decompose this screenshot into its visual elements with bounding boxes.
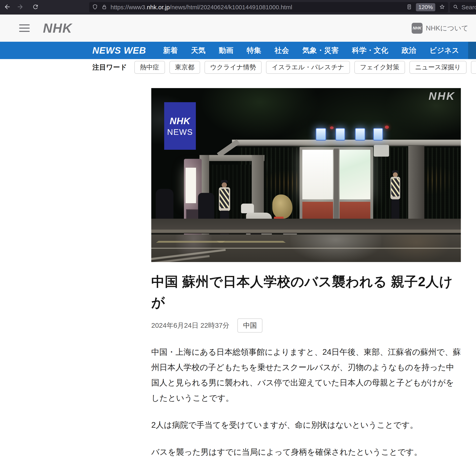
- back-icon: [4, 3, 11, 11]
- totem-lightbox: [186, 168, 196, 203]
- nav-item-kagaku-bunka[interactable]: 科学・文化: [345, 42, 395, 59]
- backlit-sign-box: [373, 128, 383, 140]
- kiosk-light-panel: [340, 150, 370, 199]
- article-photo: NHK NEWS NHK: [151, 88, 461, 262]
- road-marking-zigzag: [217, 241, 286, 243]
- nav-item-shakai[interactable]: 社会: [268, 42, 296, 59]
- url-domain: nhk.or.jp: [147, 4, 170, 11]
- equipment-box: [374, 145, 389, 157]
- nhk-logo[interactable]: NHK: [43, 21, 72, 36]
- reload-icon: [32, 3, 39, 11]
- nav-item-shinchaku[interactable]: 新着: [156, 42, 184, 59]
- url-prefix: https://www3.: [110, 4, 147, 11]
- article-paragraph: 2人は病院で手当てを受けていますが、命に別状はないということです。: [151, 417, 461, 432]
- concrete-post: [408, 146, 424, 224]
- news-web-nav: NEWS WEB 新着 天気 動画 特集 社会 気象・災害 科学・文化 政治 ビ…: [0, 42, 476, 59]
- trending-keyword-bar: 注目ワード 熱中症 東京都 ウクライナ情勢 イスラエル・パレスチナ フェイク対策…: [0, 59, 476, 76]
- article-meta: 2024年6月24日 22時37分 中国: [151, 318, 461, 333]
- wet-road: [151, 234, 461, 262]
- category-tag-china[interactable]: 中国: [238, 318, 262, 333]
- red-signal-light: [385, 126, 389, 129]
- padlock-icon[interactable]: [101, 4, 107, 11]
- search-icon: [452, 4, 459, 11]
- forward-button[interactable]: [14, 2, 26, 12]
- article-body: 中国・上海にある日本総領事館によりますと、24日午後、東部、江蘇省の蘇州で、蘇州…: [151, 344, 461, 460]
- backlit-sign-box: [316, 128, 326, 140]
- zoom-level-badge[interactable]: 120%: [416, 3, 435, 11]
- search-placeholder: Search: [462, 4, 476, 11]
- nav-item-tenki[interactable]: 天気: [184, 42, 212, 59]
- nav-item-kokusai-active[interactable]: 国際: [468, 42, 476, 59]
- browser-search-field[interactable]: Search: [450, 2, 476, 12]
- site-header: NHK NHK NHKについて: [0, 14, 476, 42]
- nhk-badge-icon: NHK: [412, 23, 423, 34]
- nav-item-kishou-saigai[interactable]: 気象・災害: [296, 42, 345, 59]
- keyword-pill-fake-taisaku[interactable]: フェイク対策: [354, 61, 405, 74]
- publish-date: 2024年6月24日 22時37分: [151, 321, 229, 330]
- keyword-pill-tokyo[interactable]: 東京都: [169, 61, 200, 74]
- platform: [151, 219, 461, 231]
- nhk-watermark: NHK: [428, 90, 455, 102]
- scooter-top-box: [241, 204, 254, 213]
- keyword-pill-ukraine[interactable]: ウクライナ情勢: [204, 61, 262, 74]
- forward-icon: [17, 3, 24, 11]
- red-signal-light: [330, 126, 333, 129]
- reader-mode-icon[interactable]: [406, 4, 412, 11]
- backlit-sign-box: [335, 128, 345, 140]
- keyword-pill-reiwa6[interactable]: 令和6: [471, 61, 476, 74]
- nhk-news-logo-line2: NEWS: [167, 128, 193, 137]
- bookmark-star-icon[interactable]: [439, 4, 445, 11]
- keyword-bar-label: 注目ワード: [92, 63, 127, 72]
- officer-head: [393, 172, 398, 177]
- kiosk-center-post: [334, 149, 339, 231]
- nav-item-tokushu[interactable]: 特集: [240, 42, 268, 59]
- about-nhk-label: NHKについて: [426, 23, 468, 33]
- nav-item-seiji[interactable]: 政治: [395, 42, 423, 59]
- nhk-news-logo-badge: NHK NEWS: [164, 102, 196, 150]
- back-button[interactable]: [2, 2, 13, 12]
- news-web-brand[interactable]: NEWS WEB: [92, 45, 146, 56]
- nav-item-douga[interactable]: 動画: [212, 42, 240, 59]
- officer-reflective-vest: [391, 178, 399, 197]
- road-marking-zigzag: [156, 241, 225, 243]
- keyword-pill-israel-palestine[interactable]: イスラエル・パレスチナ: [266, 61, 350, 74]
- road-lane-line: [151, 248, 461, 249]
- article: NHK NEWS NHK 中国 蘇州で日本人学校のバス襲われる 親子2人けが 2…: [151, 88, 461, 460]
- keyword-pill-netchuushou[interactable]: 熱中症: [134, 61, 165, 74]
- browser-toolbar: https://www3.nhk.or.jp/news/html/2024062…: [0, 0, 476, 14]
- tracking-protection-shield-icon[interactable]: [92, 4, 98, 11]
- nav-item-business[interactable]: ビジネス: [423, 42, 466, 59]
- curb: [151, 230, 461, 233]
- url-text: https://www3.nhk.or.jp/news/html/2024062…: [110, 4, 292, 11]
- url-path: /news/html/20240624/k10014491081000.html: [170, 4, 292, 11]
- article-paragraph: 中国・上海にある日本総領事館によりますと、24日午後、東部、江蘇省の蘇州で、蘇州…: [151, 344, 461, 406]
- nhk-news-logo-line1: NHK: [170, 116, 190, 126]
- hamburger-menu-icon[interactable]: [19, 24, 30, 32]
- police-officer: [389, 170, 402, 225]
- keyword-pill-news-fukabori[interactable]: ニュース深掘り: [409, 61, 466, 74]
- article-title: 中国 蘇州で日本人学校のバス襲われる 親子2人けが: [151, 271, 461, 313]
- officer-head: [222, 182, 227, 188]
- kiosk-light-panel: [302, 150, 333, 199]
- about-nhk-link[interactable]: NHK NHKについて: [412, 23, 468, 34]
- officer-reflective-vest: [220, 189, 229, 208]
- address-bar[interactable]: https://www3.nhk.or.jp/news/html/2024062…: [89, 2, 448, 12]
- backlit-sign-box: [355, 128, 365, 140]
- bus-shelter-roof-rail: [232, 140, 461, 146]
- reload-button[interactable]: [30, 2, 41, 12]
- article-paragraph: バスを襲った男はすでに当局によって身柄を確保されたということです。: [151, 444, 461, 460]
